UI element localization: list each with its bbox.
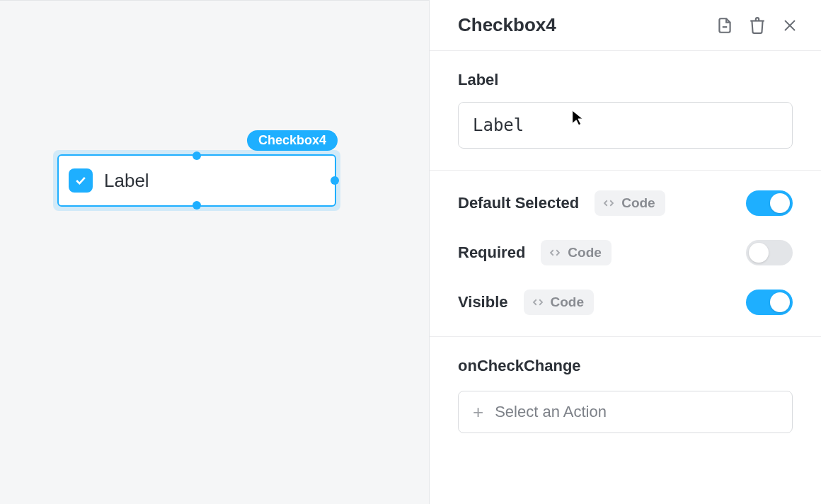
checkbox-label-text: Label bbox=[104, 170, 149, 192]
toggle-knob bbox=[770, 292, 790, 312]
properties-section: Default SelectedCodeRequiredCodeVisibleC… bbox=[430, 171, 821, 337]
properties-panel: Checkbox4 bbox=[429, 0, 821, 504]
code-toggle-button[interactable]: Code bbox=[524, 290, 595, 315]
document-icon bbox=[716, 16, 734, 35]
toggle-knob bbox=[770, 193, 790, 213]
panel-title: Checkbox4 bbox=[458, 14, 556, 36]
close-button[interactable] bbox=[780, 16, 800, 35]
resize-handle-right[interactable] bbox=[331, 176, 339, 185]
design-canvas[interactable]: Checkbox4 Label bbox=[0, 0, 429, 504]
selection-tag[interactable]: Checkbox4 bbox=[247, 130, 338, 151]
code-pill-label: Code bbox=[621, 195, 655, 211]
checkbox-indicator[interactable] bbox=[69, 168, 93, 193]
resize-handle-top[interactable] bbox=[193, 151, 201, 160]
label-field-title: Label bbox=[458, 71, 793, 89]
code-toggle-button[interactable]: Code bbox=[541, 240, 612, 265]
close-icon bbox=[781, 17, 798, 34]
code-icon bbox=[531, 296, 545, 309]
property-name: Visible bbox=[458, 293, 508, 311]
code-toggle-button[interactable]: Code bbox=[595, 190, 665, 216]
resize-handle-bottom[interactable] bbox=[193, 201, 201, 210]
property-name: Required bbox=[458, 244, 525, 262]
code-icon bbox=[548, 246, 562, 259]
property-name: Default Selected bbox=[458, 194, 579, 212]
plus-icon: + bbox=[473, 403, 483, 421]
property-row: Default SelectedCode bbox=[458, 190, 793, 216]
delete-button[interactable] bbox=[747, 16, 767, 35]
panel-header: Checkbox4 bbox=[430, 0, 821, 51]
event-name: onCheckChange bbox=[458, 357, 793, 375]
property-toggle[interactable] bbox=[746, 190, 793, 216]
code-pill-label: Code bbox=[551, 294, 585, 310]
property-row: RequiredCode bbox=[458, 240, 793, 265]
check-icon bbox=[74, 173, 88, 188]
duplicate-button[interactable] bbox=[715, 16, 735, 35]
events-section: onCheckChange + Select an Action bbox=[430, 337, 821, 454]
property-toggle[interactable] bbox=[746, 240, 793, 265]
label-input[interactable] bbox=[458, 102, 793, 149]
selected-component-outline[interactable]: Checkbox4 Label bbox=[53, 150, 340, 211]
code-icon bbox=[602, 197, 616, 210]
label-section: Label bbox=[430, 51, 821, 171]
trash-icon bbox=[748, 16, 767, 35]
property-row: VisibleCode bbox=[458, 290, 793, 315]
action-select[interactable]: + Select an Action bbox=[458, 391, 793, 433]
action-select-placeholder: Select an Action bbox=[495, 403, 607, 421]
checkbox-component[interactable]: Label bbox=[57, 154, 336, 207]
property-toggle[interactable] bbox=[746, 290, 793, 315]
toggle-knob bbox=[749, 243, 769, 263]
code-pill-label: Code bbox=[568, 245, 602, 260]
